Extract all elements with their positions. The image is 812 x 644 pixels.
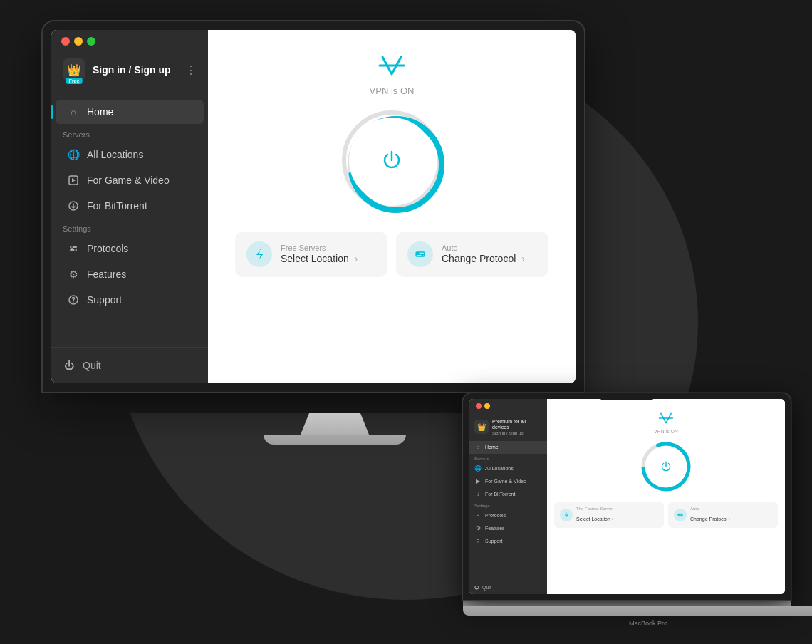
laptop-vpn-status: VPN is ON — [654, 429, 678, 434]
laptop-sidebar-subtitle: Sign in / Sign up — [492, 431, 541, 435]
laptop-download-icon: ↓ — [474, 491, 482, 498]
sidebar: 👑 Free Sign in / Sign up ⋮ ⌂ Home Server… — [51, 30, 208, 383]
protocols-icon — [67, 242, 80, 255]
laptop-device: 👑 Premium for all devices Sign in / Sign… — [463, 393, 791, 616]
laptop-home-icon: ⌂ — [474, 444, 482, 451]
bottom-cards: Free Servers Select Location › — [235, 232, 548, 277]
laptop-protocols-icon: ≡ — [474, 512, 482, 519]
imac-screen-bezel: 👑 Free Sign in / Sign up ⋮ ⌂ Home Server… — [43, 21, 584, 392]
support-icon — [67, 294, 80, 306]
imac-stand-neck — [292, 413, 378, 435]
laptop-keyboard-base: MacBook Pro — [463, 606, 812, 616]
servers-section-label: Servers — [51, 125, 208, 142]
laptop-power-button[interactable] — [646, 447, 686, 487]
laptop-screen: 👑 Premium for all devices Sign in / Sign… — [469, 399, 785, 594]
svg-marker-1 — [72, 178, 76, 182]
laptop-sidebar-bittorrent[interactable]: ↓ For BitTorrent — [469, 488, 547, 501]
laptop-sidebar-all-locations[interactable]: 🌐 All Locations — [469, 462, 547, 475]
play-icon — [67, 174, 80, 187]
protocol-icon — [407, 242, 433, 267]
laptop-power-ring[interactable] — [640, 441, 692, 492]
free-badge: Free — [66, 78, 83, 84]
laptop-play-icon: ▶ — [474, 478, 482, 485]
maximize-button[interactable] — [87, 37, 95, 46]
laptop-fastest-label: The Fastest Server — [576, 507, 658, 511]
laptop-avatar: 👑 — [474, 420, 489, 434]
laptop-crown-icon: 👑 — [477, 423, 486, 431]
imac-stand-base — [264, 435, 406, 445]
home-icon: ⌂ — [67, 105, 80, 118]
sidebar-item-protocols[interactable]: Protocols — [56, 237, 204, 261]
laptop-brand-label: MacBook Pro — [629, 620, 667, 627]
sidebar-item-features[interactable]: ⚙ Features — [56, 262, 204, 286]
auto-protocol-card[interactable]: Auto Change Protocol › — [396, 232, 548, 277]
quit-label: Quit — [83, 360, 101, 371]
free-servers-label: Free Servers — [281, 244, 376, 252]
globe-icon: 🌐 — [67, 148, 80, 161]
laptop-cards: The Fastest Server Select Location › — [554, 502, 778, 528]
laptop-sidebar-features[interactable]: ⚙ Features — [469, 522, 547, 535]
svg-point-20 — [681, 515, 682, 516]
laptop-sidebar-game-video[interactable]: ▶ For Game & Video — [469, 475, 547, 488]
laptop-power-button-icon — [660, 460, 672, 473]
laptop-globe-icon: 🌐 — [474, 465, 482, 472]
laptop-traffic-lights — [476, 403, 490, 409]
laptop-protocol-value: Change Protocol › — [690, 516, 730, 521]
imac-traffic-lights — [61, 37, 95, 46]
lightning-icon — [246, 242, 272, 267]
sidebar-item-label: For Game & Video — [87, 175, 170, 186]
svg-point-5 — [71, 246, 73, 249]
more-options-icon[interactable]: ⋮ — [185, 63, 197, 77]
laptop-quit-button[interactable]: ⏻ Quit — [469, 581, 547, 594]
auto-label: Auto — [442, 244, 537, 252]
svg-point-8 — [73, 301, 74, 303]
laptop-lightning-icon — [560, 509, 573, 521]
svg-point-19 — [679, 514, 680, 515]
sidebar-item-bittorrent[interactable]: For BitTorrent — [56, 194, 204, 218]
laptop-auto-protocol-text: Auto Change Protocol › — [690, 507, 772, 524]
laptop-main: VPN is ON — [547, 399, 785, 594]
laptop-protocol-icon — [674, 509, 687, 521]
laptop-fastest-server-card[interactable]: The Fastest Server Select Location › — [554, 502, 664, 528]
vpn-logo — [374, 51, 410, 83]
avatar: 👑 Free — [63, 58, 85, 81]
protocol-value: Change Protocol › — [442, 253, 525, 264]
sidebar-item-label: For BitTorrent — [87, 200, 147, 212]
laptop-power-icon: ⏻ — [474, 585, 479, 590]
laptop-hinge — [463, 600, 791, 606]
laptop-support-icon: ? — [474, 538, 482, 545]
imac-device: 👑 Free Sign in / Sign up ⋮ ⌂ Home Server… — [43, 21, 627, 445]
laptop-fastest-value: Select Location › — [576, 516, 613, 521]
sidebar-item-label: Home — [87, 106, 113, 118]
sidebar-header: 👑 Free Sign in / Sign up ⋮ — [51, 58, 208, 93]
laptop-sidebar-title: Premium for all devices — [492, 419, 541, 431]
download-icon — [67, 199, 80, 212]
laptop-sidebar-support[interactable]: ? Support — [469, 535, 547, 548]
sidebar-item-support[interactable]: Support — [56, 288, 204, 312]
power-button-icon — [380, 149, 403, 172]
laptop-auto-protocol-card[interactable]: Auto Change Protocol › — [668, 502, 778, 528]
laptop-sidebar-protocols[interactable]: ≡ Protocols — [469, 509, 547, 522]
imac-screen: 👑 Free Sign in / Sign up ⋮ ⌂ Home Server… — [51, 30, 576, 383]
sidebar-item-all-locations[interactable]: 🌐 All Locations — [56, 142, 204, 167]
laptop-minimize-button[interactable] — [484, 403, 490, 409]
laptop-screen-bezel: 👑 Premium for all devices Sign in / Sign… — [463, 393, 791, 600]
sidebar-item-label: Protocols — [87, 243, 128, 254]
power-ring[interactable] — [342, 110, 442, 210]
free-servers-arrow: › — [355, 253, 358, 264]
svg-point-13 — [417, 252, 420, 254]
sidebar-item-home[interactable]: ⌂ Home — [56, 100, 204, 124]
main-content: VPN is ON — [208, 30, 576, 383]
power-button[interactable] — [349, 118, 434, 203]
power-icon: ⏻ — [63, 359, 76, 372]
sidebar-item-label: Features — [87, 269, 126, 280]
laptop-home-label: Home — [485, 445, 499, 450]
crown-icon: 👑 — [67, 63, 81, 77]
laptop-sidebar-item-home[interactable]: ⌂ Home — [469, 441, 547, 454]
minimize-button[interactable] — [74, 37, 83, 46]
sidebar-item-game-video[interactable]: For Game & Video — [56, 168, 204, 192]
quit-button[interactable]: ⏻ Quit — [51, 347, 208, 383]
close-button[interactable] — [61, 37, 70, 46]
free-servers-card[interactable]: Free Servers Select Location › — [235, 232, 387, 277]
laptop-close-button[interactable] — [476, 403, 482, 409]
